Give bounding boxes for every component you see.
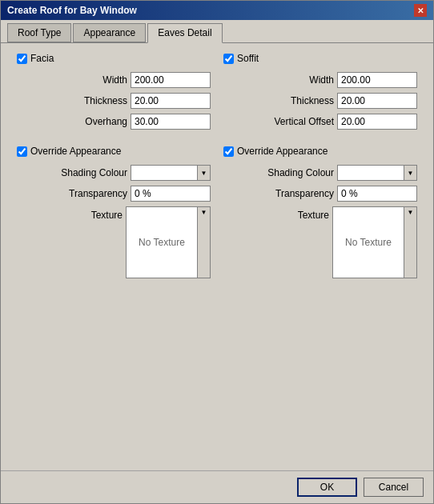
facia-color-dropdown-btn[interactable]: ▼	[197, 166, 210, 180]
soffit-texture-container: No Texture ▼	[332, 206, 417, 278]
facia-texture-text: No Texture	[139, 237, 185, 248]
soffit-width-row: Width	[223, 72, 417, 88]
facia-width-input[interactable]	[131, 72, 211, 88]
facia-thickness-input[interactable]	[131, 93, 211, 109]
facia-texture-label: Texture	[58, 206, 123, 221]
soffit-width-input[interactable]	[337, 72, 417, 88]
facia-label: Facia	[30, 53, 54, 64]
facia-override-checkbox[interactable]	[17, 146, 27, 157]
soffit-transparency-label: Transparency	[270, 188, 334, 199]
facia-texture-row: Texture No Texture ▼	[17, 206, 211, 278]
facia-transparency-label: Transparency	[63, 188, 127, 199]
soffit-thickness-label: Thickness	[270, 95, 334, 106]
facia-color-preview	[131, 166, 197, 180]
soffit-transparency-input[interactable]	[337, 186, 417, 202]
facia-column: Facia Width Thickness Overhang Over	[10, 53, 217, 461]
soffit-color-select[interactable]: ▼	[337, 165, 417, 181]
soffit-texture-dropdown-btn[interactable]: ▼	[404, 206, 417, 278]
facia-checkbox[interactable]	[17, 54, 27, 64]
facia-texture-box[interactable]: No Texture	[126, 206, 198, 278]
facia-override-label: Override Appearance	[30, 146, 121, 157]
facia-transparency-row: Transparency	[17, 186, 211, 202]
soffit-transparency-row: Transparency	[223, 186, 417, 202]
facia-transparency-input[interactable]	[131, 186, 211, 202]
soffit-texture-row: Texture No Texture ▼	[223, 206, 417, 278]
tab-appearance[interactable]: Appearance	[73, 23, 146, 42]
soffit-override-row: Override Appearance	[223, 146, 417, 157]
soffit-width-label: Width	[270, 74, 334, 86]
soffit-label: Soffit	[237, 53, 259, 64]
cancel-button[interactable]: Cancel	[364, 478, 424, 497]
soffit-shading-label: Shading Colour	[267, 167, 334, 178]
facia-texture-container: No Texture ▼	[126, 206, 211, 278]
facia-checkbox-row: Facia	[17, 53, 211, 64]
soffit-texture-text: No Texture	[345, 237, 392, 248]
dialog: Create Roof for Bay Window ✕ Roof Type A…	[0, 0, 434, 504]
soffit-color-preview	[338, 166, 404, 180]
dialog-title: Create Roof for Bay Window	[7, 5, 137, 16]
facia-width-row: Width	[17, 72, 211, 88]
soffit-column: Soffit Width Thickness Vertical Offset	[217, 53, 424, 461]
facia-shading-label: Shading Colour	[61, 167, 127, 178]
soffit-texture-label: Texture	[265, 206, 329, 221]
facia-texture-dropdown-btn[interactable]: ▼	[198, 206, 211, 278]
two-column-layout: Facia Width Thickness Overhang Over	[10, 53, 424, 461]
tabs-bar: Roof Type Appearance Eaves Detail	[1, 20, 433, 43]
bottom-bar: OK Cancel	[1, 470, 433, 503]
soffit-checkbox-row: Soffit	[223, 53, 417, 64]
soffit-thickness-input[interactable]	[337, 93, 417, 109]
main-content: Facia Width Thickness Overhang Over	[1, 43, 433, 470]
soffit-color-dropdown-btn[interactable]: ▼	[404, 166, 416, 180]
title-bar: Create Roof for Bay Window ✕	[1, 1, 433, 20]
close-button[interactable]: ✕	[414, 4, 427, 17]
facia-width-label: Width	[63, 74, 127, 86]
facia-overhang-row: Overhang	[17, 114, 211, 130]
ok-button[interactable]: OK	[297, 478, 357, 497]
soffit-voffset-label: Vertical Offset	[270, 116, 334, 127]
soffit-checkbox[interactable]	[223, 54, 234, 64]
soffit-texture-box[interactable]: No Texture	[332, 206, 404, 278]
facia-override-row: Override Appearance	[17, 146, 211, 157]
facia-overhang-label: Overhang	[63, 116, 127, 127]
facia-color-select[interactable]: ▼	[131, 165, 211, 181]
soffit-voffset-input[interactable]	[337, 114, 417, 130]
soffit-thickness-row: Thickness	[223, 93, 417, 109]
soffit-shading-row: Shading Colour ▼	[223, 165, 417, 181]
soffit-override-label: Override Appearance	[237, 146, 328, 157]
facia-thickness-row: Thickness	[17, 93, 211, 109]
soffit-voffset-row: Vertical Offset	[223, 114, 417, 130]
soffit-override-checkbox[interactable]	[223, 146, 234, 157]
tab-roof-type[interactable]: Roof Type	[7, 23, 71, 42]
facia-shading-row: Shading Colour ▼	[17, 165, 211, 181]
facia-overhang-input[interactable]	[131, 114, 211, 130]
tab-eaves-detail[interactable]: Eaves Detail	[147, 23, 222, 43]
facia-thickness-label: Thickness	[63, 95, 127, 106]
